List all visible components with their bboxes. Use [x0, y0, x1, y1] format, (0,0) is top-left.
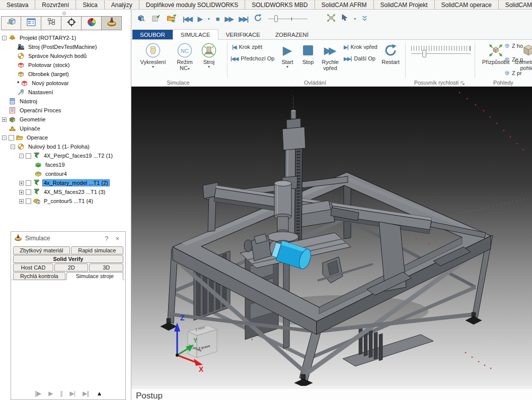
start-button[interactable]: ▶ Start ▾ — [277, 42, 297, 69]
speed-slider-handle[interactable] — [422, 50, 426, 57]
tab-rychla-kontrola[interactable]: Rychlá kontrola — [13, 272, 65, 280]
help-button[interactable]: ? — [103, 235, 110, 242]
speed-slider-mini[interactable] — [268, 15, 308, 23]
solidcam-home-icon[interactable] — [136, 14, 145, 24]
tree-item-polotovar[interactable]: Polotovar (stock) — [0, 60, 131, 70]
rychle-vpred-button[interactable]: ▶▶ Rychle vpřed — [319, 42, 342, 71]
collapse-ribbon-icon[interactable] — [362, 15, 367, 23]
expand-icon[interactable]: + — [19, 181, 24, 185]
tree-item-faces19[interactable]: faces19 — [0, 160, 131, 169]
tab-rapid-simulace[interactable]: Rapid simulace — [71, 246, 123, 254]
expand-icon[interactable]: + — [19, 190, 24, 194]
tab-solidcam-afrm[interactable]: SolidCAM AFRM — [315, 0, 374, 9]
dialog-launcher-icon[interactable] — [460, 81, 465, 85]
tree-item-operacni-proces[interactable]: Operační Proces — [0, 106, 131, 115]
vykresleni-button[interactable]: Vykreslení ▾ — [137, 42, 169, 69]
tree-item-obrobek[interactable]: Obrobek (target) — [0, 70, 131, 79]
tree-label[interactable]: Upínače — [19, 125, 41, 131]
tree-label[interactable]: Nastavení — [27, 89, 54, 95]
ribbon-tab-zobrazeni[interactable]: ZOBRAZENÍ — [268, 30, 316, 39]
tree-label-selected[interactable]: 4x_Rotary_model ...T1 (2) — [43, 180, 109, 186]
krok-zpet-button[interactable]: |◀ Krok zpět — [232, 44, 262, 50]
dimxpert-button[interactable] — [61, 16, 82, 30]
view-right-button[interactable]: Z pr — [504, 70, 522, 76]
tab-solidcam-25d[interactable]: SolidCAM 2.5D Operace — [499, 0, 532, 9]
tab-simulace-stroje[interactable]: Simulace stroje — [66, 272, 123, 280]
tree-item-novy-polotovar[interactable]: * Nový polotovar — [0, 79, 131, 88]
tree-item-contour4[interactable]: contour4 — [0, 169, 131, 178]
tab-2d[interactable]: 2D — [54, 263, 89, 272]
tree-label[interactable]: Geometrie — [19, 116, 46, 122]
krok-vpred-button[interactable]: ▶| Krok vpřed — [344, 44, 377, 50]
stop-button[interactable]: Stop — [298, 42, 318, 65]
tree-label[interactable]: Správce Nulových bodů — [27, 53, 88, 59]
tree-label[interactable]: Operační Proces — [19, 107, 62, 113]
close-icon[interactable]: × — [113, 235, 121, 242]
operation-checkbox[interactable] — [26, 198, 31, 204]
tab-solidcam-projekt[interactable]: SolidCAM Projekt — [374, 0, 435, 9]
tree-item-4x-rotary-model[interactable]: + 4x_Rotary_model ...T1 (2) — [0, 178, 131, 187]
tree-item-geometrie[interactable]: + Geometrie — [0, 115, 131, 124]
feature-manager-button[interactable] — [1, 16, 21, 30]
tree-item-stroj[interactable]: Stroj (PostDevTestMachine) — [0, 42, 131, 51]
tree-item-operace[interactable]: - Operace — [0, 133, 131, 142]
tree-label[interactable]: Projekt (ROTTARY2-1) — [19, 35, 77, 41]
tab-solidcam-operace[interactable]: SolidCAM operace — [435, 0, 499, 9]
ribbon-tab-simulace[interactable]: SIMULACE — [173, 29, 218, 40]
tree-item-projekt[interactable]: - Projekt (ROTTARY2-1) — [0, 33, 131, 42]
ribbon-tab-verifikace[interactable]: VERIFIKACE — [218, 30, 268, 39]
tab-host-cad[interactable]: Host CAD — [13, 263, 53, 272]
tree-item-nulovy-bod[interactable]: - Nulový bod 1 (1- Poloha) — [0, 142, 131, 151]
tree-item-4x-ms-faces23[interactable]: + 4X_MS_faces23 ...T1 (3) — [0, 187, 131, 196]
tree-label[interactable]: Polotovar (stock) — [27, 62, 71, 68]
operation-checkbox[interactable] — [26, 153, 31, 159]
next-op-button[interactable]: ▶|| — [83, 390, 89, 397]
operation-checkbox[interactable] — [26, 189, 31, 195]
open-gcode-folder-icon[interactable]: NC — [167, 14, 177, 24]
stop-button[interactable]: ■ — [216, 15, 219, 23]
tab-solidworks-mbd[interactable]: SOLIDWORKS MBD — [245, 0, 315, 9]
next-button[interactable]: ▶| — [70, 390, 75, 397]
step-play-button[interactable]: ||▶ — [35, 390, 41, 397]
pause-button[interactable]: || — [60, 390, 62, 397]
to-end-button[interactable]: ▶▶| — [239, 15, 248, 23]
tree-label[interactable]: Operace — [26, 135, 49, 141]
fast-forward-button[interactable]: ▶▶ — [225, 15, 233, 23]
tree-label[interactable]: 4X_PerpC_faces19 ...T2 (1) — [43, 153, 114, 159]
view-front-button[interactable]: Ze p — [504, 56, 523, 62]
tree-label[interactable]: Nový polotovar — [31, 80, 69, 86]
collapse-icon[interactable]: - — [19, 154, 24, 158]
tab-rozvrzeni[interactable]: Rozvržení — [35, 0, 76, 9]
collapse-icon[interactable]: - — [11, 145, 15, 149]
tree-label[interactable]: 4X_MS_faces23 ...T1 (3) — [43, 189, 106, 195]
speed-slider[interactable] — [411, 46, 471, 54]
stroj-button[interactable]: Stroj ▾ — [198, 42, 220, 69]
tab-zbytkovy-material[interactable]: Zbytkový materiál — [13, 246, 70, 254]
tab-sestava[interactable]: Sestava — [0, 0, 35, 9]
collapse-icon[interactable]: - — [2, 136, 7, 140]
tree-label[interactable]: P_contour5 ...T1 (4) — [43, 198, 94, 204]
play-button[interactable]: ▶ — [48, 390, 52, 397]
property-manager-button[interactable] — [21, 16, 41, 30]
tab-solid-verify[interactable]: Solid Verify — [13, 255, 123, 263]
tab-doplnkove-moduly[interactable]: Doplňkové moduly SOLIDWORKS — [139, 0, 245, 9]
panel-splitter-handle[interactable] — [0, 10, 131, 16]
rewind-button[interactable]: |◀◀ — [183, 15, 192, 23]
rezim-nc-button[interactable]: NC Režim NC▾ — [173, 42, 197, 71]
tree-label[interactable]: Nástroj — [19, 98, 38, 104]
tree-label[interactable]: faces19 — [44, 162, 66, 168]
tree-item-4x-perpc-faces19[interactable]: - 4X_PerpC_faces19 ...T2 (1) — [0, 151, 131, 160]
zoom-fit-icon[interactable] — [327, 14, 336, 24]
operation-checkbox[interactable] — [9, 135, 14, 141]
tab-3d[interactable]: 3D — [89, 263, 123, 272]
export-simulation-icon[interactable] — [151, 14, 161, 24]
play-button[interactable]: ▶ — [198, 15, 202, 23]
display-manager-button[interactable] — [82, 16, 102, 30]
tree-label[interactable]: Stroj (PostDevTestMachine) — [27, 44, 98, 50]
ribbon-tab-soubor[interactable]: SOUBOR — [132, 30, 173, 39]
tree-label[interactable]: Nulový bod 1 (1- Poloha) — [27, 144, 91, 150]
expand-icon[interactable]: + — [2, 117, 7, 122]
tree-item-spravce-nulovych-bodu[interactable]: Správce Nulových bodů — [0, 51, 131, 60]
collapse-icon[interactable]: - — [2, 36, 7, 40]
tree-item-nastaveni[interactable]: Nastavení — [0, 88, 131, 97]
